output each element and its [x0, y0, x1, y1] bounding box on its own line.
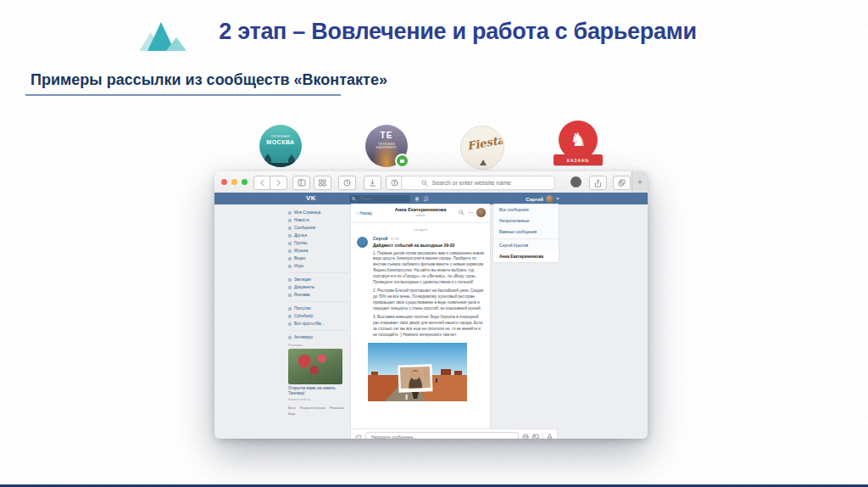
vk-top-bar: VK Сергей — [214, 193, 648, 204]
dialog-item-active[interactable]: Анна Екатеринникова — [493, 251, 559, 262]
menu-item-app-3[interactable]: Всё просто-Ма… — [288, 320, 349, 327]
attached-photo[interactable] — [368, 343, 467, 401]
more-options-icon[interactable] — [468, 212, 474, 214]
new-tab-button[interactable]: + — [632, 171, 648, 193]
menu-item-news[interactable]: Новости — [288, 216, 349, 224]
ad-image[interactable] — [288, 349, 342, 384]
menu-item-bookmarks[interactable]: Закладки — [288, 276, 349, 283]
menu-item-friends[interactable]: Друзья — [288, 232, 349, 239]
menu-item-app-2[interactable]: Cyberbody — [288, 312, 349, 320]
bell-icon[interactable] — [415, 196, 420, 202]
footer-link-blog[interactable]: Блог — [288, 406, 296, 410]
minimize-window-button[interactable] — [231, 179, 237, 185]
ekb-avatar-line2: ЕКАТЕРИНБУРГ — [365, 146, 408, 149]
sidebar-icon — [298, 179, 306, 187]
ad-url[interactable]: flowers-msk.ru — [288, 397, 349, 401]
menu-item-music[interactable]: Музыка — [288, 247, 349, 255]
message-time: 17:35 — [390, 237, 398, 241]
date-separator: сегодня — [351, 227, 490, 232]
menu-item-messages[interactable]: Сообщения — [288, 224, 349, 232]
photo-attach-icon[interactable] — [532, 434, 539, 439]
ad-title[interactable]: Открытки маме на память. Таиланд! — [288, 386, 342, 396]
vk-user-menu[interactable]: Сергей — [526, 195, 559, 203]
menu-item-games[interactable]: Игры — [288, 262, 349, 270]
search-icon — [421, 180, 428, 187]
footer-link-ads[interactable]: Реклама — [330, 406, 344, 410]
sender-name[interactable]: Сергей — [373, 236, 387, 241]
message-paragraph: 2. Ресторан Елисей приглашает на Каспийс… — [373, 288, 484, 312]
history-button[interactable] — [338, 176, 356, 190]
chat-peer-avatar[interactable] — [476, 208, 486, 217]
downloads-progress-icon[interactable] — [570, 176, 581, 188]
menu-item-extra[interactable]: Антивирус — [288, 333, 349, 341]
chat-header-actions — [459, 208, 487, 217]
sender-avatar[interactable] — [357, 237, 368, 248]
window-controls — [221, 179, 248, 185]
downloads-toolbar-button[interactable] — [364, 176, 381, 190]
vk-search-box[interactable] — [349, 195, 410, 203]
community-avatar-moscow[interactable]: ТИПИЧНАЯ МОСКВА — [259, 125, 302, 167]
dialog-item[interactable]: Сергей Крылов — [493, 240, 559, 251]
browser-window: + VK Сергей Моя Стран — [214, 171, 648, 439]
download-icon — [369, 179, 376, 187]
music-note-icon[interactable] — [423, 196, 428, 202]
clock-icon — [343, 179, 351, 187]
kazan-ribbon: КАЗАНЬ — [554, 154, 603, 165]
vk-search-input[interactable] — [358, 196, 405, 202]
menu-item-videos[interactable]: Видео — [288, 255, 349, 262]
app-icon — [288, 307, 292, 311]
info-icon — [391, 179, 398, 187]
ekb-mobile-online-badge — [395, 154, 409, 168]
zoom-window-button[interactable] — [242, 179, 248, 185]
microphone-icon[interactable] — [547, 434, 553, 439]
message-input-bar — [350, 428, 558, 439]
filter-unread[interactable]: Непрочитанные — [493, 216, 559, 227]
menu-item-app-1[interactable]: Прогулки — [288, 305, 349, 312]
community-avatar-fiesta[interactable]: Fiesta — [460, 126, 504, 170]
vk-logo[interactable]: VK — [306, 194, 316, 202]
dialogs-sidebar: Все сообщения Непрочитанные Важные сообщ… — [492, 204, 559, 263]
close-window-button[interactable] — [221, 179, 227, 185]
moscow-avatar-line2: МОСКВА — [259, 139, 302, 145]
footer-link-more[interactable]: Ещё — [288, 411, 296, 416]
friends-icon — [288, 234, 292, 238]
horse-rider-icon: ♞ — [570, 131, 587, 149]
forward-button[interactable] — [270, 176, 287, 190]
slide-title: 2 этап – Вовлечение и работа с барьерами — [170, 19, 746, 45]
menu-item-documents[interactable]: Документы — [288, 283, 349, 291]
back-button[interactable] — [253, 176, 271, 190]
search-icon[interactable] — [459, 210, 465, 216]
message-text-input[interactable] — [370, 434, 518, 439]
menu-item-ads[interactable]: Реклама — [288, 291, 349, 299]
tab-overview-button[interactable] — [314, 176, 331, 190]
share-button[interactable] — [589, 176, 607, 190]
back-link[interactable]: ‹ Назад — [356, 210, 372, 216]
menu-divider — [288, 330, 349, 331]
show-tabs-button[interactable] — [613, 176, 631, 190]
vk-left-menu: Моя Страница Новости Сообщения Друзья Гр… — [288, 209, 349, 416]
filter-all-messages[interactable]: Все сообщения — [493, 204, 559, 216]
fiesta-sketch-icon — [480, 160, 487, 165]
filter-important[interactable]: Важные сообщения — [493, 227, 559, 238]
vk-user-name: Сергей — [526, 197, 543, 202]
chevron-left-icon: ‹ — [356, 211, 358, 216]
message-input[interactable] — [365, 432, 519, 439]
chat-status: online — [385, 213, 456, 217]
community-avatar-kazan[interactable]: ♞ КАЗАНЬ — [554, 120, 603, 170]
sidebar-toggle-button[interactable] — [292, 176, 310, 190]
chat-header: ‹ Назад Анна Екатеринникова online — [351, 204, 490, 223]
messages-icon — [288, 227, 292, 230]
community-avatar-ekaterinburg[interactable]: ТЕ ТИПИЧНЫЙ ЕКАТЕРИНБУРГ — [365, 125, 408, 167]
address-bar[interactable] — [401, 176, 555, 190]
kazan-ribbon-text: КАЗАНЬ — [567, 158, 590, 163]
message-body: Сергей 17:35 Дайджест событий на выходны… — [373, 236, 484, 401]
slide: 2 этап – Вовлечение и работа с барьерами… — [0, 0, 868, 487]
footer-link-developers[interactable]: Разработчикам — [300, 406, 326, 410]
menu-item-my-page[interactable]: Моя Страница — [288, 209, 349, 216]
message-paragraph: 3. Выставка немецких полотен Энди Уорхол… — [373, 315, 484, 339]
vk-user-avatar — [546, 195, 554, 203]
menu-item-groups[interactable]: Группы — [288, 239, 349, 247]
paperclip-icon[interactable] — [355, 434, 362, 439]
address-input[interactable] — [431, 179, 536, 187]
smiley-icon[interactable] — [522, 434, 529, 439]
